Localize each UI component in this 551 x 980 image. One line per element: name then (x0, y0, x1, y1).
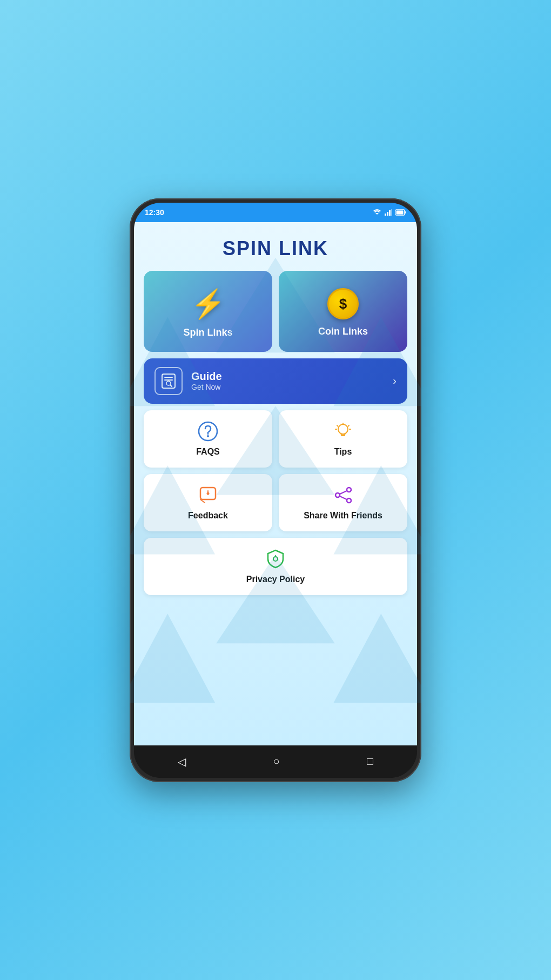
app-screen: SPIN LINK ⚡ Spin Links $ Coin Links (134, 222, 417, 745)
home-button[interactable]: ○ (267, 750, 285, 773)
coin-links-card[interactable]: $ Coin Links (279, 271, 407, 352)
share-card[interactable]: Share With Friends (279, 474, 407, 531)
faqs-label: FAQS (196, 447, 220, 457)
svg-point-33 (207, 492, 210, 495)
feedback-card[interactable]: Feedback (144, 474, 272, 531)
share-icon (333, 485, 353, 505)
spin-links-card[interactable]: ⚡ Spin Links (144, 271, 272, 352)
coin-links-label: Coin Links (318, 326, 368, 337)
mid-cards-row: FAQS (144, 410, 407, 468)
wifi-icon (373, 209, 381, 216)
guide-icon-wrap (154, 367, 183, 395)
svg-point-23 (207, 435, 209, 437)
nav-bar: ◁ ○ □ (134, 745, 417, 778)
guide-subtitle: Get Now (191, 383, 384, 391)
app-header: SPIN LINK (134, 222, 417, 271)
status-bar: 12:30 (134, 203, 417, 222)
top-cards-row: ⚡ Spin Links $ Coin Links (144, 271, 407, 352)
lightning-icon: ⚡ (191, 288, 226, 321)
faqs-icon (198, 421, 218, 442)
svg-point-24 (338, 424, 348, 434)
app-title: SPIN LINK (145, 237, 406, 260)
guide-book-icon (160, 373, 177, 389)
svg-line-28 (348, 425, 350, 426)
svg-line-27 (337, 425, 338, 426)
svg-point-40 (273, 557, 278, 561)
svg-rect-19 (164, 379, 173, 381)
guide-text-block: Guide Get Now (191, 370, 384, 391)
svg-rect-2 (387, 212, 388, 216)
privacy-icon (265, 549, 286, 569)
share-label: Share With Friends (304, 511, 382, 521)
bot-cards-row: Feedback Share With Friends (144, 474, 407, 531)
content-area: ⚡ Spin Links $ Coin Links (134, 271, 417, 595)
privacy-label: Privacy Policy (246, 575, 305, 584)
tips-icon (333, 421, 353, 442)
svg-marker-0 (375, 213, 379, 215)
svg-point-22 (199, 422, 217, 441)
signal-icon (385, 209, 392, 216)
feedback-icon (198, 485, 218, 505)
svg-rect-18 (164, 377, 173, 378)
coin-icon: $ (327, 288, 359, 319)
battery-icon (395, 209, 406, 216)
svg-point-37 (347, 498, 351, 503)
guide-card[interactable]: Guide Get Now › (144, 358, 407, 404)
guide-title: Guide (191, 370, 384, 383)
recent-button[interactable]: □ (361, 750, 379, 773)
privacy-card[interactable]: Privacy Policy (144, 538, 407, 595)
svg-point-35 (347, 488, 351, 492)
svg-rect-3 (389, 210, 391, 216)
svg-rect-4 (391, 209, 392, 216)
guide-arrow-icon: › (393, 375, 397, 387)
coin-symbol: $ (339, 296, 347, 312)
svg-rect-1 (385, 214, 386, 216)
back-button[interactable]: ◁ (172, 750, 191, 774)
phone-frame: 12:30 (130, 198, 421, 782)
phone-screen: 12:30 (134, 203, 417, 778)
feedback-label: Feedback (188, 511, 228, 521)
svg-line-39 (340, 496, 347, 499)
spin-links-label: Spin Links (183, 327, 232, 338)
svg-line-21 (170, 385, 172, 386)
svg-rect-7 (397, 210, 404, 214)
status-time: 12:30 (145, 208, 164, 217)
svg-point-36 (335, 493, 340, 497)
tips-label: Tips (334, 447, 352, 457)
faqs-card[interactable]: FAQS (144, 410, 272, 468)
status-icons (373, 209, 406, 216)
svg-marker-15 (134, 614, 215, 703)
tips-card[interactable]: Tips (279, 410, 407, 468)
svg-marker-16 (334, 614, 417, 703)
svg-line-38 (340, 491, 347, 494)
svg-rect-6 (405, 211, 406, 214)
